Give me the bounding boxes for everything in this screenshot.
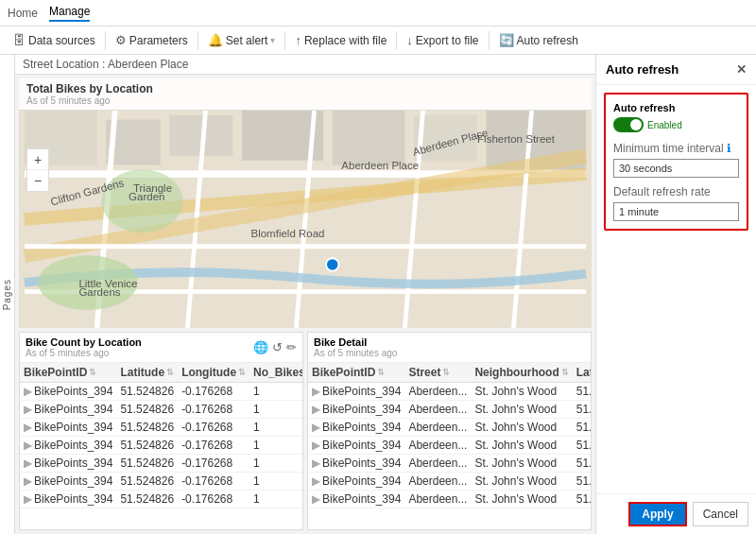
table-cell: 51.524826 (116, 455, 178, 473)
table-row: ▶BikePoints_39451.524826-0.1762681 (20, 473, 302, 491)
map-svg: Clifton Gardens Little Venice Gardens Tr… (19, 111, 592, 328)
bike-count-header: Bike Count by Location As of 5 minutes a… (20, 333, 302, 363)
detail-table-cell: 51.524826 (573, 491, 591, 508)
table-cell: 1 (249, 491, 302, 508)
database-icon: 🗄 (13, 33, 26, 47)
pages-sidebar: Pages (0, 55, 15, 534)
info-icon[interactable]: ℹ (727, 142, 731, 155)
detail-table-cell: St. John's Wood (471, 473, 572, 491)
nav-home[interactable]: Home (8, 7, 38, 20)
sort-icon-2: ⇅ (166, 368, 174, 377)
default-rate-label: Default refresh rate (613, 185, 711, 198)
sort-icon-1: ⇅ (89, 368, 96, 377)
table-row: ▶BikePoints_394Aberdeen...St. John's Woo… (308, 437, 591, 455)
row-arrow: ▶ (24, 474, 32, 488)
detail-table-cell: Aberdeen... (404, 455, 471, 473)
top-nav: Home Manage (0, 0, 756, 26)
detail-table-cell: Aberdeen... (404, 419, 471, 437)
cell-bikepointid: ▶BikePoints_394 (20, 383, 116, 401)
zoom-in-button[interactable]: + (27, 149, 48, 170)
auto-refresh-title: Auto refresh (606, 62, 679, 77)
replace-with-file-button[interactable]: ↑ Replace with file (289, 30, 392, 50)
row-arrow: ▶ (24, 456, 32, 470)
svg-text:Gardens: Gardens (78, 286, 120, 298)
table-row: ▶BikePoints_39451.524826-0.1762681 (20, 419, 302, 437)
edit-icon[interactable]: ✏ (286, 340, 297, 354)
bike-detail-table-outer: BikePointID⇅ Street⇅ Neighbourhood⇅ Lati… (308, 363, 591, 529)
row-arrow: ▶ (312, 492, 320, 506)
svg-text:Aberdeen Place: Aberdeen Place (341, 160, 419, 171)
alert-dropdown-arrow: ▾ (270, 35, 275, 45)
apply-button[interactable]: Apply (628, 502, 686, 526)
divider5 (489, 31, 490, 50)
content-area: Pages Street Location : Aberdeen Place T… (0, 55, 756, 534)
min-interval-label: Minimum time interval (613, 142, 724, 155)
toolbar: 🗄 Data sources ⚙ Parameters 🔔 Set alert … (0, 26, 756, 55)
detail-table-cell: 51.524826 (573, 383, 591, 401)
table-cell: 1 (249, 419, 302, 437)
col-bikepointid: BikePointID⇅ (20, 363, 116, 383)
detail-table-cell: Aberdeen... (404, 401, 471, 419)
row-arrow: ▶ (24, 439, 32, 452)
parameters-button[interactable]: ⚙ Parameters (110, 30, 194, 50)
bike-detail-table-scroll[interactable]: BikePointID⇅ Street⇅ Neighbourhood⇅ Lati… (308, 363, 591, 529)
bike-detail-panel: Bike Detail As of 5 minutes ago BikePoin… (307, 332, 592, 530)
auto-refresh-content: Auto refresh Enabled Minimum time interv… (596, 85, 756, 493)
toggle-knob (630, 119, 642, 130)
divider3 (284, 31, 285, 50)
bike-count-header-row: BikePointID⇅ Latitude⇅ Longitude⇅ No_Bik… (20, 363, 302, 383)
data-sources-button[interactable]: 🗄 Data sources (8, 30, 101, 50)
table-cell: 1 (249, 455, 302, 473)
bike-count-header-left: Bike Count by Location As of 5 minutes a… (26, 336, 142, 358)
cell-bikepointid: ▶BikePoints_394 (20, 455, 116, 473)
detail-cell-bikepointid: ▶BikePoints_394 (308, 455, 404, 473)
detail-col-neighbourhood: Neighbourhood⇅ (471, 363, 572, 383)
enabled-label: Enabled (647, 120, 682, 130)
auto-refresh-section: Auto refresh Enabled Minimum time interv… (604, 93, 748, 231)
svg-point-29 (326, 258, 338, 270)
default-rate-input[interactable] (613, 202, 739, 221)
detail-table-cell: 51.524826 (573, 455, 591, 473)
zoom-out-button[interactable]: − (27, 170, 48, 191)
d-sort-2: ⇅ (442, 368, 450, 377)
table-cell: 51.524826 (116, 383, 178, 401)
refresh-panel-icon[interactable]: ↺ (272, 340, 283, 354)
detail-table-cell: Aberdeen... (404, 437, 471, 455)
pages-label: Pages (2, 279, 12, 310)
detail-cell-bikepointid: ▶BikePoints_394 (308, 491, 404, 508)
bike-count-tbody: ▶BikePoints_39451.524826-0.1762681▶BikeP… (20, 383, 302, 508)
bike-detail-subtitle: As of 5 minutes ago (314, 348, 397, 358)
row-arrow: ▶ (312, 403, 320, 416)
table-row: ▶BikePoints_394Aberdeen...St. John's Woo… (308, 491, 591, 508)
auto-refresh-title-bar: Auto refresh ✕ (596, 55, 756, 85)
table-row: ▶BikePoints_39451.524826-0.1762681 (20, 437, 302, 455)
table-cell: 51.524826 (116, 473, 178, 491)
bike-detail-title: Bike Detail (314, 336, 397, 348)
close-button[interactable]: ✕ (736, 63, 747, 76)
cancel-button[interactable]: Cancel (693, 502, 748, 526)
detail-table-cell: 51.524826 (573, 419, 591, 437)
detail-table-cell: St. John's Wood (471, 383, 572, 401)
table-cell: 1 (249, 437, 302, 455)
nav-manage[interactable]: Manage (49, 5, 90, 22)
download-icon: ↓ (406, 33, 413, 47)
export-to-file-button[interactable]: ↓ Export to file (401, 30, 484, 50)
svg-text:Blomfield Road: Blomfield Road (251, 228, 325, 239)
table-cell: -0.176268 (178, 437, 249, 455)
min-interval-input[interactable] (613, 159, 739, 178)
auto-refresh-toolbar-button[interactable]: 🔄 Auto refresh (493, 30, 584, 50)
detail-table-cell: St. John's Wood (471, 419, 572, 437)
detail-cell-bikepointid: ▶BikePoints_394 (308, 419, 404, 437)
detail-table-cell: St. John's Wood (471, 491, 572, 508)
globe-icon[interactable]: 🌐 (253, 340, 268, 354)
bike-count-table-scroll[interactable]: BikePointID⇅ Latitude⇅ Longitude⇅ No_Bik… (20, 363, 302, 529)
set-alert-button[interactable]: 🔔 Set alert ▾ (202, 30, 282, 50)
table-cell: -0.176268 (178, 455, 249, 473)
breadcrumb-text: Street Location : Aberdeen Place (23, 58, 188, 71)
row-arrow: ▶ (312, 421, 320, 434)
auto-refresh-toggle[interactable] (613, 117, 644, 132)
cell-bikepointid: ▶BikePoints_394 (20, 437, 116, 455)
map-container[interactable]: Clifton Gardens Little Venice Gardens Tr… (19, 111, 592, 328)
main-content: Street Location : Aberdeen Place Total B… (15, 55, 595, 534)
detail-col-latitude: Latitude⇅ (573, 363, 591, 383)
